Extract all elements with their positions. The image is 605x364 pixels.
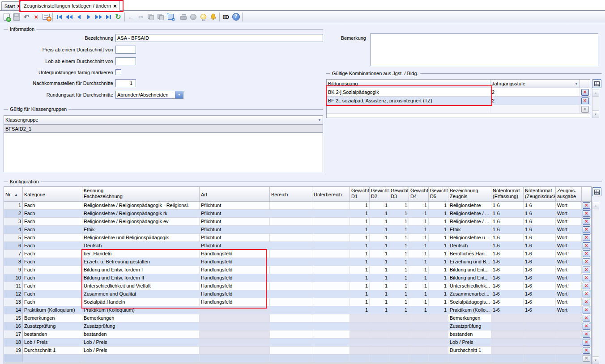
cell-bezeichnung-zeugnis[interactable]: Ethik (448, 226, 491, 234)
cell-gewicht-d1[interactable]: 1 (350, 290, 370, 298)
cell-kategorie[interactable]: Bemerkungen (23, 314, 82, 322)
cell-kennung[interactable]: Sozialpäd.Handeln (82, 298, 200, 306)
cell-gewicht-d2[interactable] (370, 339, 389, 347)
cell-unterbereich[interactable] (312, 242, 350, 250)
cell-unterbereich[interactable] (312, 298, 350, 306)
cell-jahrgangsstufe[interactable]: 2 (490, 97, 580, 105)
cell-kennung[interactable]: Bildung und Entw. fördern I (82, 266, 200, 274)
cell-gewicht-d5[interactable]: 1 (429, 306, 448, 314)
cell-gewicht-d4[interactable]: 1 (409, 242, 429, 250)
cell-art[interactable] (200, 339, 270, 347)
delete-row-button[interactable]: × (583, 202, 590, 209)
cell-gewicht-d2[interactable]: 1 (370, 202, 389, 210)
cell-gewicht-d5[interactable]: 1 (429, 258, 448, 266)
cell-unterbereich[interactable] (312, 322, 350, 330)
col-header-art[interactable]: Art (200, 187, 270, 201)
cell-zeugnisausgabe[interactable]: Wort (556, 234, 582, 242)
cell-kategorie[interactable]: Praktikum (Kolloquium) (23, 306, 82, 314)
col-header-zeugnisausgabe[interactable]: Zeugnis-ausgabe (556, 187, 582, 201)
cell-gewicht-d4[interactable]: 1 (409, 234, 429, 242)
cell-nr[interactable]: 15 (4, 314, 23, 322)
cell-bereich[interactable] (270, 322, 312, 330)
refresh-button[interactable]: ↻ (113, 12, 123, 22)
cell-art[interactable]: Handlungsfeld (200, 282, 270, 290)
cell-kategorie[interactable]: Fach (23, 202, 82, 210)
cell-gewicht-d2[interactable]: 1 (370, 282, 389, 290)
cell-bereich[interactable] (270, 306, 312, 314)
paste-button[interactable] (156, 12, 166, 22)
cell-kennung[interactable]: Zusammen und Qualität (82, 290, 200, 298)
kombinationen-scrollbar[interactable]: ▲ ▼ (592, 89, 599, 118)
cell-gewicht-d3[interactable]: 1 (389, 258, 409, 266)
cell-zeugnisausgabe[interactable]: Wort (556, 242, 582, 250)
cell-zeugnisausgabe[interactable]: Wort (556, 298, 582, 306)
cell-bereich[interactable] (270, 218, 312, 226)
cell-zeugnisausgabe[interactable] (556, 322, 582, 330)
tab-zeugniseinstellungen[interactable]: Zeugniseinstellungen festlegen / ändern … (21, 0, 120, 11)
cell-art[interactable]: Handlungsfeld (200, 266, 270, 274)
cell-notenformat-erfassung[interactable]: 1-6 (491, 290, 524, 298)
cell-gewicht-d2[interactable]: 1 (370, 226, 389, 234)
cell-nr[interactable]: 11 (4, 282, 23, 290)
cell-nr[interactable]: 8 (4, 258, 23, 266)
cell-gewicht-d3[interactable]: 1 (389, 290, 409, 298)
cell-gewicht-d1[interactable]: 1 (350, 258, 370, 266)
cell-bezeichnung-zeugnis[interactable]: Religionslehre / ... (448, 210, 491, 218)
cell-gewicht-d2[interactable]: 1 (370, 242, 389, 250)
cell-bereich[interactable] (270, 330, 312, 339)
cell-notenformat-erfassung[interactable]: 1-6 (491, 218, 524, 226)
cell-art[interactable] (200, 306, 270, 314)
cell-kategorie[interactable]: Durchschnitt 1 (23, 347, 82, 355)
cell-unterbereich[interactable] (312, 306, 350, 314)
cell-notenformat-erfassung[interactable]: 1-6 (491, 298, 524, 306)
cell-kategorie[interactable]: Fach (23, 258, 82, 266)
cell-zeugnisausgabe[interactable]: Wort (556, 210, 582, 218)
cell-gewicht-d3[interactable]: 1 (389, 250, 409, 258)
cell-bezeichnung-zeugnis[interactable]: bestanden (448, 330, 491, 339)
scroll-up-icon[interactable]: ▲ (592, 202, 599, 209)
cell-kennung[interactable]: Bildung und Entw. fördern II (82, 274, 200, 282)
cell-unterbereich[interactable] (312, 274, 350, 282)
cell-notenformat-zeugnisdruck[interactable]: 1-6 (524, 290, 556, 298)
delete-row-button[interactable]: × (583, 258, 590, 265)
cell-gewicht-d4[interactable]: 1 (409, 290, 429, 298)
cell-gewicht-d1[interactable]: 1 (350, 266, 370, 274)
disc-button[interactable] (188, 12, 198, 22)
cell-gewicht-d5[interactable]: 1 (429, 282, 448, 290)
cell-bildungsgang[interactable]: BF 2j. sozialpäd. Assistenz, praxisinteg… (327, 97, 490, 105)
scroll-up-icon[interactable]: ▲ (592, 89, 599, 97)
cell-zeugnisausgabe[interactable]: Wort (556, 218, 582, 226)
cell-nr[interactable]: 9 (4, 266, 23, 274)
cell-bildungsgang[interactable]: BK 2-j.Sozialpädagogik (327, 88, 490, 97)
cell-unterbereich[interactable] (312, 250, 350, 258)
nav-last-button[interactable] (103, 12, 113, 22)
cell-notenformat-erfassung[interactable]: 1-6 (491, 282, 524, 290)
cell-bezeichnung-zeugnis[interactable]: Unterschiedlichk... (448, 282, 491, 290)
cell-bezeichnung-zeugnis[interactable]: Bemerkungen (448, 314, 491, 322)
col-header-bezeichnung-zeugnis[interactable]: BezeichnungZeugnis (448, 187, 491, 201)
kombinationen-field-chooser-button[interactable]: ▼ (592, 79, 601, 88)
cell-kategorie[interactable]: Fach (23, 298, 82, 306)
cell-zeugnisausgabe[interactable]: Wort (556, 250, 582, 258)
cell-kennung[interactable]: Lob / Preis (82, 347, 200, 355)
cell-notenformat-erfassung[interactable] (491, 339, 524, 347)
cell-gewicht-d5[interactable] (429, 322, 448, 330)
cell-gewicht-d5[interactable]: 1 (429, 218, 448, 226)
help-button[interactable]: ? (231, 12, 241, 22)
cell-notenformat-erfassung[interactable]: 1-6 (491, 250, 524, 258)
cell-zeugnisausgabe[interactable]: Wort (556, 282, 582, 290)
cell-kategorie[interactable]: Fach (23, 218, 82, 226)
cell-nr[interactable]: 3 (4, 218, 23, 226)
cell-nr[interactable]: 17 (4, 330, 23, 339)
cell-unterbereich[interactable] (312, 210, 350, 218)
cell-gewicht-d2[interactable]: 1 (370, 258, 389, 266)
col-header-notenformat-zeugnisdruck[interactable]: Notenformat(Zeugnisdruck) (524, 187, 556, 201)
cell-gewicht-d1[interactable] (350, 322, 370, 330)
cell-gewicht-d3[interactable]: 1 (389, 298, 409, 306)
cell-bereich[interactable] (270, 234, 312, 242)
cell-gewicht-d4[interactable] (409, 314, 429, 322)
cell-gewicht-d4[interactable] (409, 330, 429, 339)
cell-gewicht-d4[interactable]: 1 (409, 226, 429, 234)
cell-kategorie[interactable]: Fach (23, 234, 82, 242)
cell-art[interactable] (200, 347, 270, 355)
